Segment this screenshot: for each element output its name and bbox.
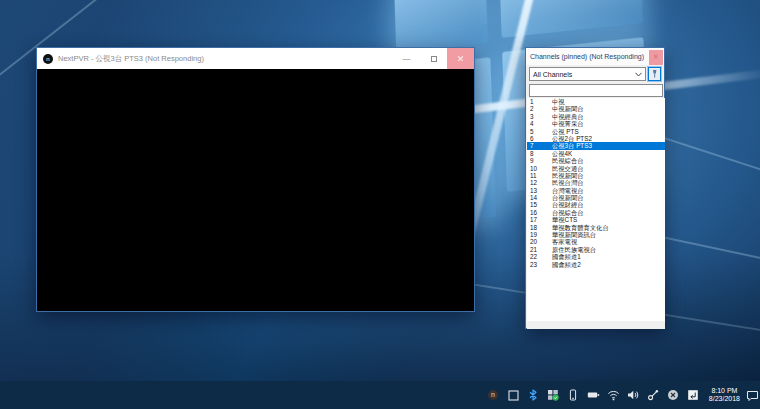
wifi-icon[interactable] bbox=[607, 389, 620, 402]
channel-number: 18 bbox=[527, 224, 552, 231]
channel-name: 民視台灣台 bbox=[552, 179, 665, 186]
taskbar[interactable]: n 8:10 PM 8/23/2018 bbox=[0, 381, 760, 409]
channel-row[interactable]: 9民視綜合台 bbox=[527, 157, 665, 164]
channel-row[interactable]: 16台視綜合台 bbox=[527, 209, 665, 216]
channel-name: 國會頻道1 bbox=[552, 253, 665, 260]
channel-row[interactable]: 5公視 PTS bbox=[527, 128, 665, 135]
channel-name: 中視經典台 bbox=[552, 113, 665, 120]
channel-row[interactable]: 3中視經典台 bbox=[527, 113, 665, 120]
action-center-button[interactable] bbox=[744, 387, 760, 403]
minimize-button[interactable]: — bbox=[393, 48, 420, 69]
phone-icon[interactable] bbox=[567, 389, 580, 402]
volume-icon[interactable] bbox=[627, 389, 640, 402]
channels-window-footer bbox=[527, 321, 665, 329]
channel-row[interactable]: 2中視新聞台 bbox=[527, 105, 665, 112]
channel-name: 台視綜合台 bbox=[552, 209, 665, 216]
channel-row[interactable]: 23國會頻道2 bbox=[527, 261, 665, 268]
channel-name: 民視新聞台 bbox=[552, 172, 665, 179]
channel-number: 21 bbox=[527, 246, 552, 253]
channel-name: 台視財經台 bbox=[552, 201, 665, 208]
channel-row[interactable]: 11民視新聞台 bbox=[527, 172, 665, 179]
video-display-area[interactable] bbox=[37, 69, 474, 311]
channel-name: 民視綜合台 bbox=[552, 157, 665, 164]
channel-number: 15 bbox=[527, 201, 552, 208]
channel-number: 10 bbox=[527, 165, 552, 172]
channel-name: 公視2台 PTS2 bbox=[552, 135, 665, 142]
channel-name: 原住民族電視台 bbox=[552, 246, 665, 253]
channel-name: 國會頻道2 bbox=[552, 261, 665, 268]
pin-icon bbox=[650, 69, 659, 79]
channel-number: 20 bbox=[527, 238, 552, 245]
channels-close-button[interactable]: ✕ bbox=[649, 50, 663, 65]
close-button[interactable]: ✕ bbox=[447, 48, 474, 69]
channels-window-title: Channels (pinned) (Not Responding) bbox=[526, 53, 649, 60]
channel-number: 6 bbox=[527, 135, 552, 142]
channel-group-value: All Channels bbox=[533, 71, 635, 78]
channel-row[interactable]: 13台灣電視台 bbox=[527, 187, 665, 194]
channel-number: 4 bbox=[527, 120, 552, 127]
channel-number: 9 bbox=[527, 157, 552, 164]
bluetooth-icon[interactable] bbox=[527, 389, 540, 402]
nextpvr-window: n NextPVR - 公視3台 PTS3 (Not Responding) —… bbox=[36, 47, 475, 312]
channel-name: 華視教育體育文化台 bbox=[552, 224, 665, 231]
channel-name: 民視交通台 bbox=[552, 165, 665, 172]
channel-number: 23 bbox=[527, 261, 552, 268]
nextpvr-window-title: NextPVR - 公視3台 PTS3 (Not Responding) bbox=[58, 54, 393, 64]
taskbar-clock[interactable]: 8:10 PM 8/23/2018 bbox=[705, 387, 744, 404]
window-arrow-icon[interactable] bbox=[687, 389, 700, 402]
channel-row[interactable]: 4中視菁采台 bbox=[527, 120, 665, 127]
channel-name: 公視 PTS bbox=[552, 128, 665, 135]
nextpvr-titlebar[interactable]: n NextPVR - 公視3台 PTS3 (Not Responding) —… bbox=[37, 48, 474, 69]
channel-row[interactable]: 17華視CTS bbox=[527, 216, 665, 223]
channel-list[interactable]: 1中視2中視新聞台3中視經典台4中視菁采台5公視 PTS6公視2台 PTS27公… bbox=[527, 98, 665, 321]
channel-name: 中視新聞台 bbox=[552, 105, 665, 112]
channel-number: 1 bbox=[527, 98, 552, 105]
channel-number: 12 bbox=[527, 179, 552, 186]
nextpvr-tray-icon[interactable]: n bbox=[487, 389, 500, 402]
channel-number: 2 bbox=[527, 105, 552, 112]
action-center-icon bbox=[746, 389, 759, 402]
app-window-tray-icon[interactable] bbox=[507, 389, 520, 402]
pin-button[interactable] bbox=[648, 67, 661, 81]
channel-number: 16 bbox=[527, 209, 552, 216]
channel-number: 7 bbox=[527, 142, 552, 149]
channel-number: 8 bbox=[527, 150, 552, 157]
channel-row[interactable]: 12民視台灣台 bbox=[527, 179, 665, 186]
channel-name: 中視菁采台 bbox=[552, 120, 665, 127]
channel-row[interactable]: 22國會頻道1 bbox=[527, 253, 665, 260]
channels-window: Channels (pinned) (Not Responding) ✕ All… bbox=[525, 47, 665, 329]
system-tray: n bbox=[487, 389, 705, 402]
channel-row[interactable]: 1中視 bbox=[527, 98, 665, 105]
channel-name: 公視4K bbox=[552, 150, 665, 157]
maximize-icon bbox=[431, 56, 437, 62]
battery-icon[interactable] bbox=[587, 389, 600, 402]
channel-name: 公視3台 PTS3 bbox=[552, 142, 665, 149]
windows-security-icon[interactable] bbox=[547, 389, 560, 402]
channels-titlebar[interactable]: Channels (pinned) (Not Responding) ✕ bbox=[526, 48, 664, 65]
channel-number: 11 bbox=[527, 172, 552, 179]
svg-text:n: n bbox=[491, 391, 495, 398]
maximize-button[interactable] bbox=[420, 48, 447, 69]
channel-row[interactable]: 6公視2台 PTS2 bbox=[527, 135, 665, 142]
channel-number: 19 bbox=[527, 231, 552, 238]
channel-row[interactable]: 21原住民族電視台 bbox=[527, 246, 665, 253]
channel-row[interactable]: 8公視4K bbox=[527, 150, 665, 157]
clock-date: 8/23/2018 bbox=[709, 395, 740, 404]
channel-row[interactable]: 20客家電視 bbox=[527, 238, 665, 245]
channel-name: 客家電視 bbox=[552, 238, 665, 245]
channel-number: 13 bbox=[527, 187, 552, 194]
channel-row[interactable]: 19華視新聞資訊台 bbox=[527, 231, 665, 238]
channel-name: 台視新聞台 bbox=[552, 194, 665, 201]
channel-number: 5 bbox=[527, 128, 552, 135]
channel-row[interactable]: 10民視交通台 bbox=[527, 165, 665, 172]
channel-row[interactable]: 14台視新聞台 bbox=[527, 194, 665, 201]
channel-number: 17 bbox=[527, 216, 552, 223]
channel-row[interactable]: 15台視財經台 bbox=[527, 201, 665, 208]
channel-row[interactable]: 7公視3台 PTS3 bbox=[527, 142, 665, 149]
disconnected-icon[interactable] bbox=[667, 389, 680, 402]
key-icon[interactable] bbox=[647, 389, 660, 402]
channel-search-input[interactable] bbox=[529, 84, 663, 97]
channel-name: 華視CTS bbox=[552, 216, 665, 223]
channel-row[interactable]: 18華視教育體育文化台 bbox=[527, 224, 665, 231]
channel-group-dropdown[interactable]: All Channels bbox=[529, 67, 646, 81]
